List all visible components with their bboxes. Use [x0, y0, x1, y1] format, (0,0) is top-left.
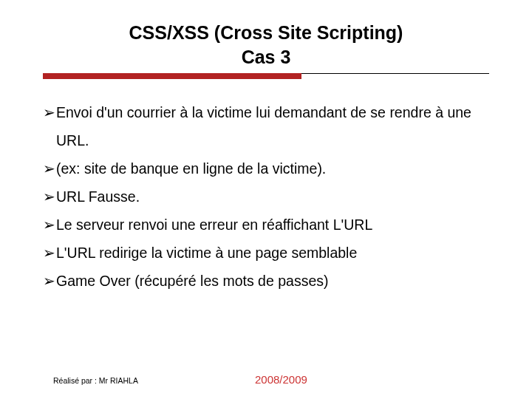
list-item: ➢ Envoi d'un courrier à la victime lui d… [43, 98, 489, 154]
footer: Réalisé par : Mr RIAHLA 2008/2009 [53, 373, 489, 386]
bullet-text: Le serveur renvoi une erreur en réaffich… [56, 216, 372, 233]
arrow-icon: ➢ [43, 98, 55, 126]
title-line-1: CSS/XSS (Cross Site Scripting) [129, 22, 403, 43]
footer-year: 2008/2009 [255, 373, 307, 386]
bullet-text: (ex: site de banque en ligne de la victi… [56, 160, 326, 177]
bullet-text: URL Fausse. [56, 188, 140, 205]
arrow-icon: ➢ [43, 183, 55, 211]
list-item: ➢ (ex: site de banque en ligne de la vic… [43, 154, 489, 183]
list-item: ➢ URL Fausse. [43, 183, 489, 211]
list-item: ➢ L'URL redirige la victime à une page s… [43, 239, 489, 267]
arrow-icon: ➢ [43, 267, 55, 295]
bullet-list: ➢ Envoi d'un courrier à la victime lui d… [43, 98, 489, 295]
bullet-text: L'URL redirige la victime à une page sem… [56, 245, 357, 261]
arrow-icon: ➢ [43, 239, 55, 267]
title-line-2: Cas 3 [242, 47, 291, 67]
title-underline [43, 73, 489, 79]
bullet-text: Envoi d'un courrier à la victime lui dem… [56, 104, 471, 149]
list-item: ➢ Game Over (récupéré les mots de passes… [43, 267, 489, 295]
slide: CSS/XSS (Cross Site Scripting) Cas 3 ➢ E… [0, 0, 532, 399]
arrow-icon: ➢ [43, 154, 55, 183]
underline-red [43, 73, 301, 79]
arrow-icon: ➢ [43, 211, 55, 239]
slide-title: CSS/XSS (Cross Site Scripting) Cas 3 [43, 21, 489, 69]
footer-author: Réalisé par : Mr RIAHLA [53, 376, 138, 385]
list-item: ➢ Le serveur renvoi une erreur en réaffi… [43, 211, 489, 239]
bullet-text: Game Over (récupéré les mots de passes) [56, 273, 328, 289]
